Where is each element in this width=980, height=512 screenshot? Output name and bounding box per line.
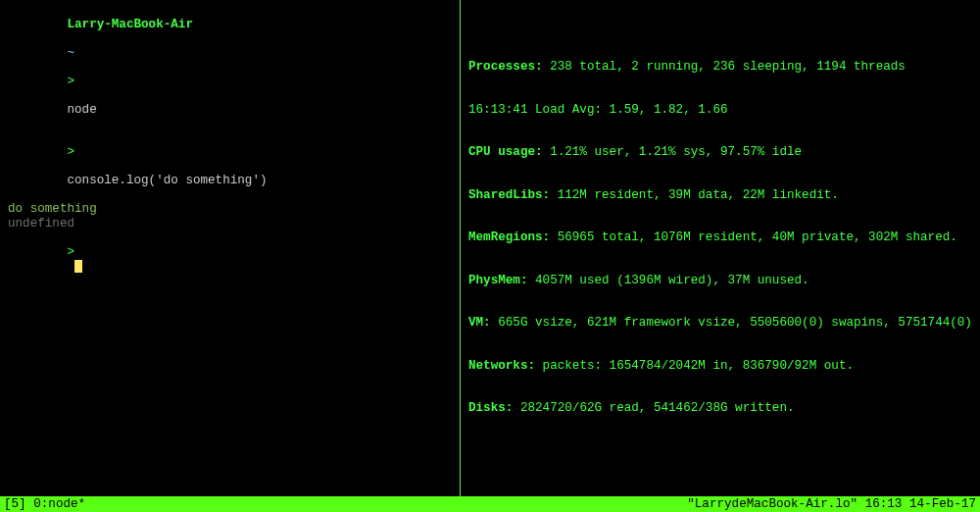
label-physmem: PhysMem: xyxy=(468,274,527,287)
shell-command: node xyxy=(67,103,96,117)
repl-cursor-line[interactable]: > xyxy=(8,230,452,287)
label-cpu: CPU usage: xyxy=(468,145,543,159)
tmux-status-bar[interactable]: [5] 0:node* "LarrydeMacBook-Air.lo" 16:1… xyxy=(0,496,980,512)
label-sharedlibs: SharedLibs: xyxy=(468,188,550,202)
top-summary: Processes: 238 total, 2 running, 236 sle… xyxy=(468,31,976,444)
prompt-caret: > xyxy=(67,75,74,88)
shell-prompt-line: Larry-MacBook-Air ~ > node xyxy=(8,3,452,131)
cursor-block-icon xyxy=(74,260,82,273)
repl-input: console.log('do something') xyxy=(67,174,267,187)
status-left: [5] 0:node* xyxy=(4,497,85,512)
terminal-screen: Larry-MacBook-Air ~ > node > console.log… xyxy=(0,0,980,512)
label-memregions: MemRegions: xyxy=(468,230,550,244)
label-processes: Processes: xyxy=(468,60,543,74)
label-disks: Disks: xyxy=(468,401,513,415)
repl-prompt-2: > xyxy=(67,245,74,259)
tmux-panes: Larry-MacBook-Air ~ > node > console.log… xyxy=(0,0,980,496)
label-vm: VM: xyxy=(468,316,491,330)
status-right: "LarrydeMacBook-Air.lo" 16:13 14-Feb-17 xyxy=(687,497,976,512)
label-networks: Networks: xyxy=(468,359,535,373)
repl-prompt: > xyxy=(67,145,74,159)
right-pane-top[interactable]: Processes: 238 total, 2 running, 236 sle… xyxy=(461,0,980,496)
repl-output: do something xyxy=(8,202,452,217)
repl-undefined: undefined xyxy=(8,217,452,231)
repl-line: > console.log('do something') xyxy=(8,131,452,203)
hostname: Larry-MacBook-Air xyxy=(67,18,192,31)
cwd-tilde: ~ xyxy=(67,46,74,60)
load-avg: 16:13:41 Load Avg: 1.59, 1.82, 1.66 xyxy=(468,103,976,118)
left-pane-node-repl[interactable]: Larry-MacBook-Air ~ > node > console.log… xyxy=(0,0,461,496)
